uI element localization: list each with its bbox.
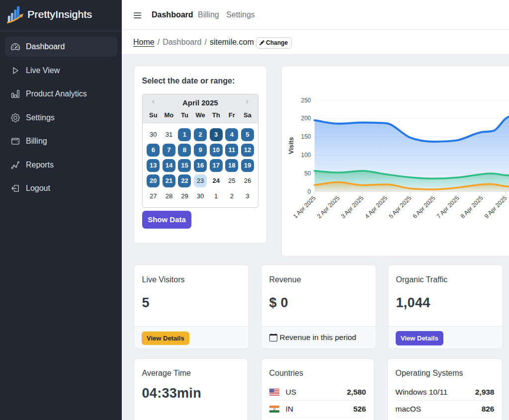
svg-text:1 Apr 2025: 1 Apr 2025 (291, 194, 317, 220)
svg-text:100: 100 (301, 152, 311, 159)
svg-text:150: 150 (301, 133, 311, 140)
svg-text:4 Apr 2025: 4 Apr 2025 (363, 194, 389, 220)
svg-text:3 Apr 2025: 3 Apr 2025 (339, 194, 365, 220)
svg-text:8 Apr 2025: 8 Apr 2025 (459, 194, 484, 220)
svg-text:9 Apr 2025: 9 Apr 2025 (483, 194, 508, 220)
svg-text:7 Apr 2025: 7 Apr 2025 (435, 194, 460, 220)
svg-text:Visits: Visits (287, 137, 295, 154)
svg-text:250: 250 (301, 97, 311, 104)
svg-text:0: 0 (307, 188, 311, 195)
svg-text:5 Apr 2025: 5 Apr 2025 (387, 194, 413, 220)
svg-text:2 Apr 2025: 2 Apr 2025 (316, 194, 341, 220)
svg-text:200: 200 (301, 115, 311, 122)
svg-text:6 Apr 2025: 6 Apr 2025 (411, 194, 436, 220)
svg-text:50: 50 (304, 170, 311, 177)
